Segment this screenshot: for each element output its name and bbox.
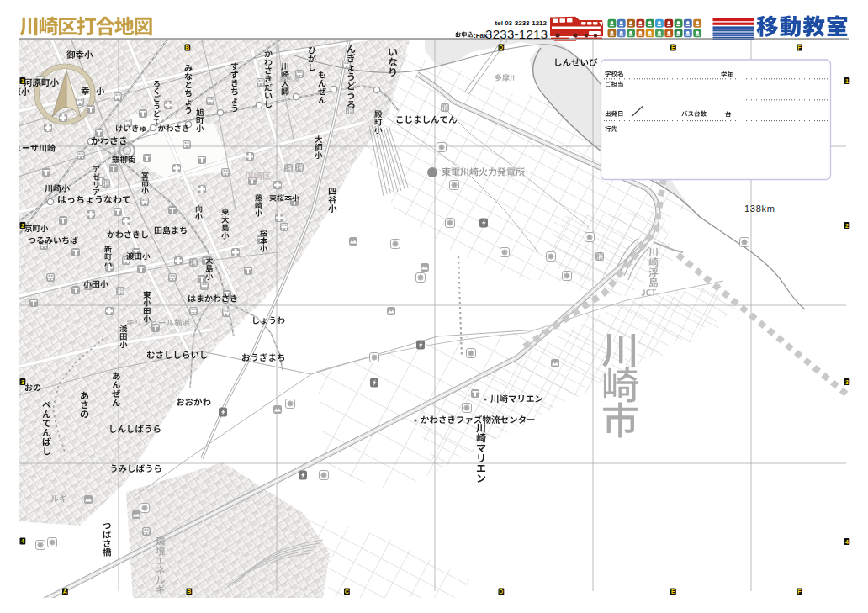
svg-text:4: 4 [845, 539, 849, 545]
svg-text:C: C [345, 589, 349, 595]
svg-text:2: 2 [845, 223, 849, 229]
svg-text:B: B [185, 45, 189, 50]
svg-text:E: E [671, 45, 675, 50]
svg-text:A: A [63, 589, 67, 595]
svg-text:2: 2 [21, 223, 24, 229]
svg-text:1: 1 [21, 78, 24, 84]
svg-text:B: B [187, 589, 191, 595]
svg-text:1: 1 [845, 78, 849, 84]
svg-text:F: F [797, 45, 802, 50]
svg-text:138km: 138km [744, 203, 775, 214]
svg-text:E: E [671, 589, 675, 595]
svg-text:3: 3 [845, 379, 849, 385]
svg-text:F: F [797, 589, 802, 595]
svg-text:3233-1213: 3233-1213 [485, 27, 548, 41]
svg-text:3: 3 [21, 379, 24, 385]
svg-text:4: 4 [21, 538, 24, 544]
svg-text:D: D [499, 589, 503, 595]
svg-text:D: D [499, 45, 503, 50]
